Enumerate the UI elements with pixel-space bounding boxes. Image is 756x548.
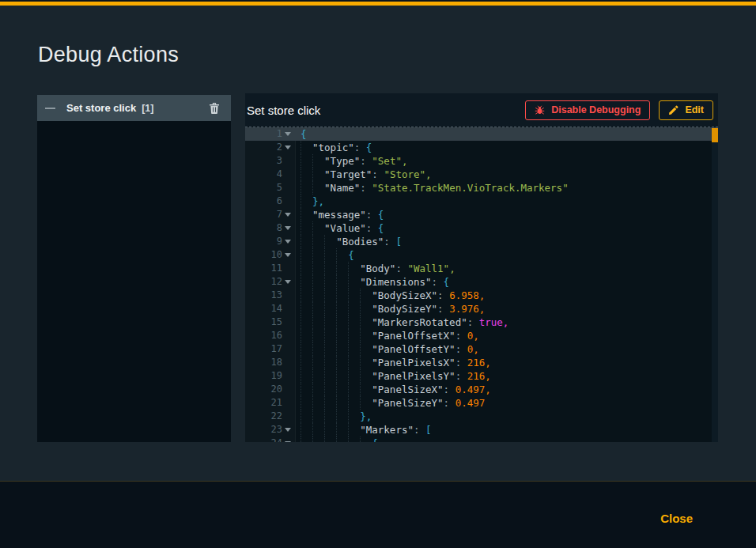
line-number: 16 [271,329,282,342]
fold-spacer [282,289,293,302]
editor-gutter: 14 [245,302,296,316]
code-line: 7"message": { [245,208,718,221]
code-text: "Value": { [296,221,384,235]
code-text: "BodySizeX": 6.958, [296,289,485,302]
fold-spacer [282,262,293,275]
fold-toggle-icon[interactable] [282,275,293,289]
sidebar-item-count: [1] [142,103,153,114]
fold-spacer [282,168,293,181]
code-line: 23"Markers": [ [245,423,718,437]
json-editor[interactable]: 1{2"topic": {3"Type": "Set",4"Target": "… [245,127,718,442]
code-line: 17"PanelOffsetY": 0, [245,342,718,356]
editor-gutter: 6 [245,195,296,208]
editor-gutter: 23 [245,423,296,437]
line-number: 4 [277,168,282,181]
line-number: 12 [271,275,282,289]
line-number: 17 [271,342,282,356]
fold-toggle-icon[interactable] [282,141,293,154]
fold-spacer [282,342,293,356]
line-number: 23 [271,423,282,437]
fold-toggle-icon[interactable] [282,208,293,221]
editor-gutter: 22 [245,410,296,423]
editor-gutter: 19 [245,369,296,383]
code-text: "Type": "Set", [296,154,407,168]
fold-spacer [282,410,293,423]
line-number: 9 [277,235,282,248]
line-number: 10 [271,248,282,262]
code-text: }, [296,195,324,208]
line-number: 22 [271,410,282,423]
line-number: 13 [271,289,282,302]
scrollbar-thumb[interactable] [712,128,718,142]
code-line: 10{ [245,248,718,262]
action-title: Set store click [247,104,320,117]
fold-toggle-icon[interactable] [282,248,293,262]
code-line: 9"Bodies": [ [245,235,718,248]
line-number: 15 [271,316,282,329]
code-text: "PanelOffsetY": 0, [296,342,479,356]
editor-gutter: 8 [245,221,296,235]
code-line: 12"Dimensions": { [245,275,718,289]
code-text: }, [296,410,372,423]
fold-spacer [282,316,293,329]
editor-gutter: 10 [245,248,296,262]
code-text: "PanelPixelsY": 216, [296,369,491,383]
debug-actions-dialog: Debug Actions Set store click [1] Set [0,0,756,548]
editor-gutter: 3 [245,154,296,168]
editor-gutter: 4 [245,168,296,181]
code-line: 6}, [245,195,718,208]
edit-label: Edit [685,104,704,115]
line-number: 19 [271,369,282,383]
code-text: { [296,437,378,442]
code-line: 8"Value": { [245,221,718,235]
editor-gutter: 9 [245,235,296,248]
editor-gutter: 17 [245,342,296,356]
code-line: 20"PanelSizeX": 0.497, [245,383,718,396]
code-line: 13"BodySizeX": 6.958, [245,289,718,302]
code-line: 11"Body": "Wall1", [245,262,718,275]
editor-gutter: 20 [245,383,296,396]
code-line: 22}, [245,410,718,423]
pencil-icon [668,105,679,115]
line-number: 3 [277,154,282,168]
code-text: "Target": "Store", [296,168,432,181]
code-text: "BodySizeY": 3.976, [296,302,485,316]
fold-spacer [282,181,293,195]
code-line: 2"topic": { [245,141,718,154]
code-text: "Markers": [ [296,423,432,437]
fold-toggle-icon[interactable] [282,221,293,235]
line-number: 2 [277,141,282,154]
dialog-accent-bar [0,2,756,6]
fold-toggle-icon[interactable] [282,127,293,141]
code-line: 24{ [245,437,718,442]
fold-spacer [282,396,293,410]
line-number: 8 [277,221,282,235]
code-lines: 1{2"topic": {3"Type": "Set",4"Target": "… [245,127,718,442]
editor-scrollbar[interactable] [712,128,718,442]
edit-button[interactable]: Edit [659,100,713,120]
editor-gutter: 16 [245,329,296,342]
bug-icon [535,105,545,115]
editor-gutter: 15 [245,316,296,329]
code-text: "topic": { [296,141,372,154]
collapse-icon[interactable] [45,108,55,109]
editor-gutter: 1 [245,127,296,141]
code-text: "MarkersRotated": true, [296,316,508,329]
close-button[interactable]: Close [654,508,699,528]
sidebar-item-set-store-click[interactable]: Set store click [1] [37,95,231,121]
fold-spacer [282,369,293,383]
fold-toggle-icon[interactable] [282,235,293,248]
delete-action-button[interactable] [207,100,221,115]
code-line: 5"Name": "State.TrackMen.VioTrack.Marker… [245,181,718,195]
line-number: 18 [271,356,282,369]
disable-debugging-button[interactable]: Disable Debugging [525,100,650,120]
editor-gutter: 18 [245,356,296,369]
code-text: "PanelSizeX": 0.497, [296,383,491,396]
page-title: Debug Actions [38,43,179,67]
fold-toggle-icon[interactable] [282,423,293,437]
code-text: { [296,127,307,141]
editor-gutter: 7 [245,208,296,221]
fold-spacer [282,195,293,208]
editor-gutter: 13 [245,289,296,302]
fold-toggle-icon[interactable] [282,437,293,442]
